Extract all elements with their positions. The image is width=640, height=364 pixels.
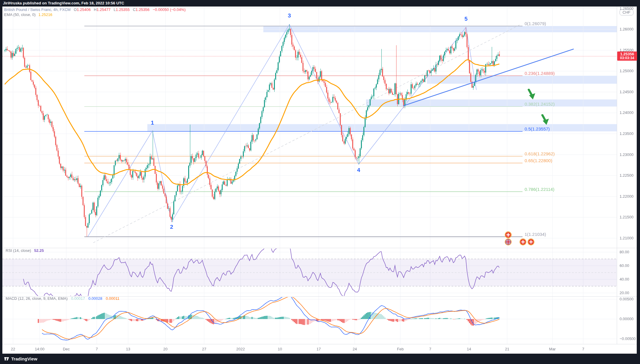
publish-title: JiriHruska published on TradingView.com,…: [3, 1, 124, 5]
ema-legend: EMA (50, close, 0) 1.25216: [4, 12, 52, 17]
open-value: 1.25406: [77, 7, 91, 12]
swiss-flag-icon[interactable]: [519, 238, 527, 246]
change-value: −0.00050 (−0.04%): [153, 7, 186, 12]
macd-label: MACD (12, 26, close, 9, EMA, EMA): [6, 296, 68, 301]
chart-canvas[interactable]: [0, 0, 640, 364]
wave-label-1: 1: [149, 120, 155, 126]
open-label: O: [74, 7, 77, 12]
wave-label-3: 3: [286, 12, 292, 19]
symbol-legend: British Pound / Swiss Franc, 4h, FXCM O1…: [4, 7, 186, 12]
time-axis[interactable]: [2, 344, 617, 354]
tradingview-brand-link[interactable]: TradingView: [11, 356, 37, 361]
uk-flag-icon[interactable]: [504, 238, 512, 246]
swiss-flag-icon[interactable]: [527, 238, 535, 246]
ema-value: 1.25216: [38, 12, 52, 17]
tradingview-logo-icon: [4, 356, 9, 362]
rsi-value: 52.25: [34, 248, 44, 253]
fib-label-1: 1(1.21034): [525, 232, 546, 237]
rsi-legend: RSI (14, close) 52.25: [6, 248, 44, 253]
low-value: 1.25355: [116, 7, 130, 12]
price-axis[interactable]: [617, 7, 637, 344]
fib-label-0.382: 0.382(1.24152): [525, 102, 555, 107]
publish-header: JiriHruska published on TradingView.com,…: [0, 0, 640, 7]
footer-bar: TradingView: [0, 354, 640, 364]
fib-label-0.65: 0.65(1.22800): [525, 158, 552, 163]
close-label: C: [133, 7, 136, 12]
fib-label-0.618: 0.618(1.22962): [525, 151, 555, 156]
macd-legend: MACD (12, 26, close, 9, EMA, EMA) 0.0001…: [6, 296, 119, 301]
wave-label-5: 5: [463, 16, 469, 22]
macd-hist-value: 0.00017: [71, 296, 85, 301]
symbol-title: British Pound / Swiss Franc, 4h, FXCM: [4, 7, 71, 12]
ema-label: EMA (50, close, 0): [4, 12, 36, 17]
fib-label-0.786: 0.786(1.22114): [525, 187, 554, 192]
macd-line-value: 0.00028: [88, 296, 102, 301]
green-arrow-down-right-icon[interactable]: [527, 89, 537, 100]
swiss-flag-icon[interactable]: [504, 231, 512, 239]
fib-label-0.236: 0.236(1.24889): [525, 71, 555, 76]
green-arrow-down-right-icon[interactable]: [540, 114, 551, 125]
wave-label-2: 2: [169, 224, 175, 230]
fib-label-0.5: 0.5(1.23557): [525, 126, 550, 131]
rsi-label: RSI (14, close): [6, 248, 31, 253]
macd-signal-value: 0.00011: [106, 296, 119, 301]
fib-label-0: 0(1.26079): [525, 21, 546, 26]
tradingview-published-chart: JiriHruska published on TradingView.com,…: [0, 0, 640, 364]
close-value: 1.25356: [136, 7, 149, 12]
high-value: 1.25477: [96, 7, 110, 12]
wave-label-4: 4: [356, 167, 362, 173]
